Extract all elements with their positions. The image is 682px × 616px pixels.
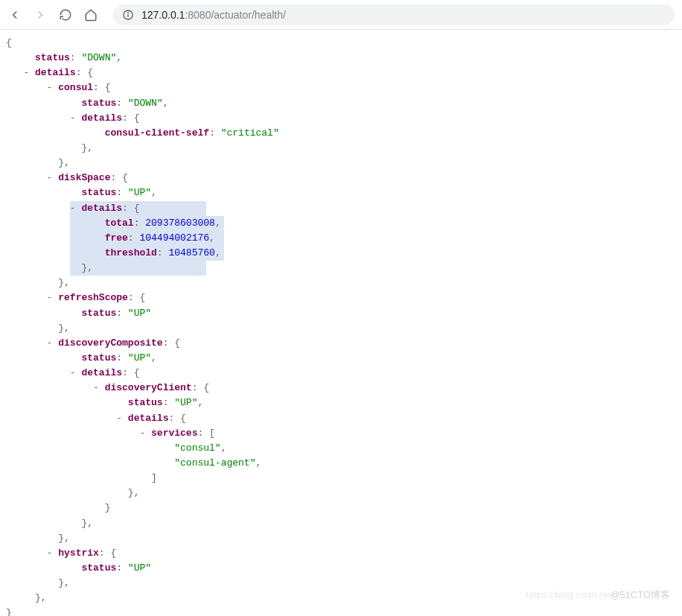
reload-button[interactable] [58, 7, 73, 22]
json-line[interactable]: - diskSpace: { [6, 171, 682, 185]
json-line: total: 209378603008, [6, 216, 682, 231]
json-line: "consul", [6, 441, 682, 456]
json-line: status: "DOWN", [6, 96, 682, 111]
json-line[interactable]: - discoveryComposite: { [6, 336, 682, 351]
json-line: }, [6, 486, 682, 501]
collapse-toggle: - [47, 172, 53, 183]
collapse-toggle: - [93, 382, 99, 393]
home-button[interactable] [83, 7, 98, 22]
json-line: consul-client-self: "critical" [6, 126, 682, 141]
json-line: }, [6, 276, 682, 290]
json-line: }, [6, 321, 682, 336]
back-button[interactable] [7, 7, 22, 22]
json-line[interactable]: - discoveryClient: { [6, 381, 682, 396]
json-line: }, [6, 141, 682, 156]
collapse-toggle: - [70, 203, 76, 214]
json-line: }, [6, 261, 682, 276]
json-line: status: "UP", [6, 351, 682, 366]
info-icon [122, 9, 134, 21]
collapse-toggle: - [70, 112, 76, 124]
json-line[interactable]: - consul: { [6, 80, 682, 95]
svg-point-2 [128, 12, 129, 13]
json-line: { [6, 36, 682, 51]
json-line: }, [6, 156, 682, 171]
json-line[interactable]: - services: [ [6, 426, 682, 441]
json-line: threshold: 10485760, [6, 246, 682, 261]
json-line: status: "UP", [6, 396, 682, 410]
json-line: ] [6, 471, 682, 486]
json-line: status: "UP" [6, 561, 682, 576]
json-viewer: { status: "DOWN", - details: { - consul:… [0, 30, 682, 616]
json-line: } [6, 501, 682, 515]
collapse-toggle: - [23, 67, 29, 78]
json-line: status: "DOWN", [6, 51, 682, 66]
watermark: https://blog.csdn.ne@51CTO博客 [526, 588, 670, 602]
json-line: } [6, 606, 682, 616]
collapse-toggle: - [139, 428, 145, 439]
json-line[interactable]: - hystrix: { [6, 546, 682, 561]
browser-toolbar: 127.0.0.1:8080/actuator/health/ [0, 0, 682, 30]
collapse-toggle: - [47, 547, 53, 559]
collapse-toggle: - [47, 82, 53, 93]
forward-button[interactable] [33, 7, 48, 22]
json-line[interactable]: - details: { [6, 366, 682, 381]
highlighted-block: - details: { [70, 201, 206, 216]
url-text: 127.0.0.1:8080/actuator/health/ [141, 9, 286, 21]
collapse-toggle: - [47, 292, 53, 303]
collapse-toggle: - [47, 337, 53, 349]
json-line[interactable]: - details: { [6, 201, 682, 216]
collapse-toggle: - [70, 367, 76, 378]
json-line[interactable]: - details: { [6, 111, 682, 126]
json-line[interactable]: - details: { [6, 66, 682, 80]
json-line: status: "UP" [6, 306, 682, 321]
json-line[interactable]: - refreshScope: { [6, 290, 682, 305]
json-line: }, [6, 531, 682, 546]
json-line[interactable]: - details: { [6, 411, 682, 426]
address-bar[interactable]: 127.0.0.1:8080/actuator/health/ [113, 4, 675, 25]
json-line: status: "UP", [6, 185, 682, 200]
json-line: }, [6, 516, 682, 531]
collapse-toggle: - [116, 413, 122, 424]
json-line: "consul-agent", [6, 456, 682, 471]
json-line: free: 104494002176, [6, 231, 682, 246]
